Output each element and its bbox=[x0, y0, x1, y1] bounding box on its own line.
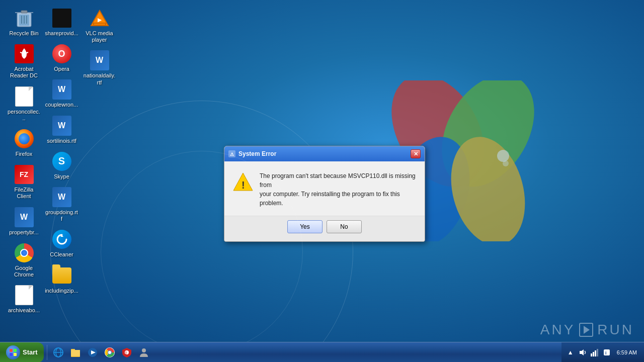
acrobat-icon bbox=[14, 44, 34, 64]
system-clock[interactable]: 6:59 AM bbox=[614, 349, 640, 355]
svg-rect-26 bbox=[14, 353, 17, 356]
svg-rect-43 bbox=[593, 352, 594, 356]
taskbar-ie-icon[interactable] bbox=[50, 344, 66, 360]
shareprovid-label: shareprovid... bbox=[45, 30, 78, 37]
desktop-icon-sortilinois[interactable]: W sortilinois.rtf bbox=[43, 113, 80, 147]
start-button[interactable]: Start bbox=[0, 342, 44, 363]
svg-text:▶: ▶ bbox=[98, 17, 102, 23]
desktop: Recycle Bin Acrobat Reader DC personcoll… bbox=[0, 0, 644, 362]
dialog-title-text: System Error bbox=[238, 150, 276, 157]
desktop-icon-archiveabo[interactable]: archiveabo... bbox=[5, 282, 43, 317]
anyrun-play-icon bbox=[579, 323, 593, 337]
archiveabo-icon bbox=[14, 285, 34, 305]
desktop-icon-recycle-bin[interactable]: Recycle Bin bbox=[5, 5, 43, 40]
svg-text:i: i bbox=[605, 350, 607, 355]
taskbar-explorer-icon[interactable] bbox=[67, 344, 84, 360]
taskbar-quicklaunch: ! bbox=[48, 344, 154, 360]
acrobat-label: Acrobat Reader DC bbox=[7, 66, 41, 79]
couplewron-label: couplewron... bbox=[45, 102, 78, 108]
dialog-no-button[interactable]: No bbox=[327, 220, 362, 233]
svg-rect-45 bbox=[597, 349, 598, 356]
couplewron-icon: W bbox=[52, 79, 72, 100]
tray-chevron-icon[interactable]: ▲ bbox=[566, 347, 576, 357]
desktop-icon-shareprovid[interactable]: shareprovid... bbox=[43, 5, 80, 40]
svg-rect-9 bbox=[21, 11, 27, 13]
shareprovid-icon bbox=[52, 8, 72, 28]
svg-point-40 bbox=[142, 348, 146, 352]
svg-point-5 bbox=[503, 160, 509, 166]
opera-label: Opera bbox=[54, 66, 69, 72]
svg-marker-41 bbox=[580, 349, 584, 355]
firefox-icon bbox=[14, 129, 34, 149]
dialog-buttons-area: Yes No bbox=[224, 216, 425, 241]
anyrun-text-before: ANY bbox=[540, 322, 576, 338]
vlc-label: VLC media player bbox=[83, 30, 116, 43]
groupdoing-label: groupdoing.rtf bbox=[45, 209, 78, 222]
tray-volume-icon[interactable] bbox=[578, 347, 588, 357]
svg-text:!: ! bbox=[125, 350, 127, 355]
dialog-titlebar: ⚠ System Error ✕ bbox=[224, 146, 425, 161]
svg-point-37 bbox=[108, 351, 111, 354]
filezilla-label: FileZilla Client bbox=[7, 187, 41, 200]
desktop-icon-firefox[interactable]: Firefox bbox=[5, 126, 43, 160]
anyrun-watermark: ANY RUN bbox=[540, 322, 634, 338]
ccleaner-icon bbox=[52, 229, 72, 249]
recycle-bin-icon bbox=[14, 8, 34, 28]
includingzip-label: includingzip... bbox=[45, 288, 78, 294]
svg-rect-17 bbox=[94, 24, 105, 25]
recycle-bin-label: Recycle Bin bbox=[9, 30, 38, 37]
nationaldaily-icon: W bbox=[90, 50, 110, 70]
taskbar: Start bbox=[0, 342, 644, 362]
taskbar-chrome-icon[interactable] bbox=[102, 344, 118, 360]
personcollec-icon bbox=[14, 86, 34, 107]
includingzip-icon bbox=[52, 265, 72, 286]
svg-rect-44 bbox=[595, 350, 596, 356]
system-tray: ▲ i bbox=[561, 342, 644, 362]
dialog-message-text: The program can't start because MSVCP110… bbox=[260, 171, 417, 208]
vlc-icon: ▶ bbox=[90, 8, 110, 28]
chrome-label: Google Chrome bbox=[7, 265, 41, 278]
dialog-title-area: ⚠ System Error bbox=[228, 150, 276, 157]
tray-network-icon[interactable] bbox=[590, 347, 600, 357]
desktop-icon-ccleaner[interactable]: CCleaner bbox=[43, 226, 80, 261]
opera-icon: O bbox=[52, 44, 72, 64]
dialog-yes-button[interactable]: Yes bbox=[287, 220, 323, 233]
desktop-icon-nationaldaily[interactable]: W nationaldaily.rtf bbox=[80, 47, 118, 88]
desktop-icon-opera[interactable]: O Opera bbox=[43, 41, 80, 75]
desktop-icons-area: Recycle Bin Acrobat Reader DC personcoll… bbox=[0, 0, 123, 342]
propertybr-icon: W bbox=[14, 207, 34, 227]
taskbar-media-icon[interactable] bbox=[85, 344, 101, 360]
svg-rect-32 bbox=[71, 350, 80, 356]
skype-label: Skype bbox=[54, 173, 69, 180]
start-orb-icon bbox=[6, 345, 20, 359]
dialog-title-icon: ⚠ bbox=[228, 150, 235, 157]
tray-action-center-icon[interactable]: i bbox=[602, 347, 612, 357]
svg-rect-46 bbox=[604, 349, 610, 355]
taskbar-divider-1 bbox=[47, 345, 47, 360]
desktop-icon-filezilla[interactable]: FZ FileZilla Client bbox=[5, 161, 43, 203]
propertybr-label: propertybr... bbox=[9, 229, 39, 236]
sortilinois-label: sortilinois.rtf bbox=[47, 138, 76, 144]
desktop-icon-includingzip[interactable]: includingzip... bbox=[43, 262, 80, 297]
desktop-icon-vlc[interactable]: ▶ VLC media player bbox=[80, 5, 118, 46]
svg-point-4 bbox=[497, 150, 509, 162]
desktop-icon-propertybr[interactable]: W propertybr... bbox=[5, 204, 43, 239]
nationaldaily-label: nationaldaily.rtf bbox=[83, 72, 116, 85]
svg-rect-24 bbox=[14, 349, 17, 352]
desktop-icon-skype[interactable]: S Skype bbox=[43, 148, 80, 183]
desktop-icon-groupdoing[interactable]: W groupdoing.rtf bbox=[43, 184, 80, 225]
desktop-icon-acrobat[interactable]: Acrobat Reader DC bbox=[5, 41, 43, 82]
desktop-icon-personcollec[interactable]: personcollec... bbox=[5, 83, 43, 125]
svg-rect-42 bbox=[591, 353, 592, 356]
svg-rect-23 bbox=[10, 349, 13, 352]
firefox-label: Firefox bbox=[16, 151, 33, 157]
system-error-dialog: ⚠ System Error ✕ ! The program can't sta… bbox=[224, 146, 425, 242]
taskbar-security-icon[interactable]: ! bbox=[119, 344, 135, 360]
taskbar-user-icon[interactable] bbox=[136, 344, 152, 360]
dialog-close-button[interactable]: ✕ bbox=[411, 149, 421, 158]
windows-flag-icon bbox=[9, 348, 17, 356]
dialog-content-area: ! The program can't start because MSVCP1… bbox=[224, 161, 425, 216]
desktop-icon-chrome[interactable]: Google Chrome bbox=[5, 240, 43, 281]
desktop-icon-couplewron[interactable]: W couplewron... bbox=[43, 76, 80, 111]
skype-icon: S bbox=[52, 151, 72, 171]
